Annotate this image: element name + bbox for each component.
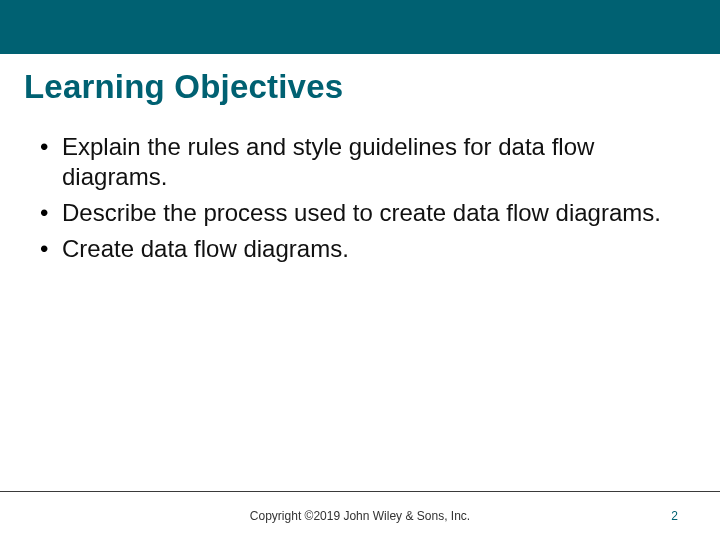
page-number: 2 [671,509,678,523]
list-item: Explain the rules and style guidelines f… [34,132,686,192]
body: Explain the rules and style guidelines f… [0,106,720,270]
list-item-text: Explain the rules and style guidelines f… [62,133,594,190]
list-item: Create data flow diagrams. [34,234,686,264]
slide-title: Learning Objectives [0,54,720,106]
list-item-text: Describe the process used to create data… [62,199,661,226]
list-item: Describe the process used to create data… [34,198,686,228]
copyright-text: Copyright ©2019 John Wiley & Sons, Inc. [250,509,470,523]
slide: Learning Objectives Explain the rules an… [0,0,720,540]
top-band [0,0,720,54]
footer: Copyright ©2019 John Wiley & Sons, Inc. … [0,492,720,540]
objectives-list: Explain the rules and style guidelines f… [34,132,686,264]
list-item-text: Create data flow diagrams. [62,235,349,262]
